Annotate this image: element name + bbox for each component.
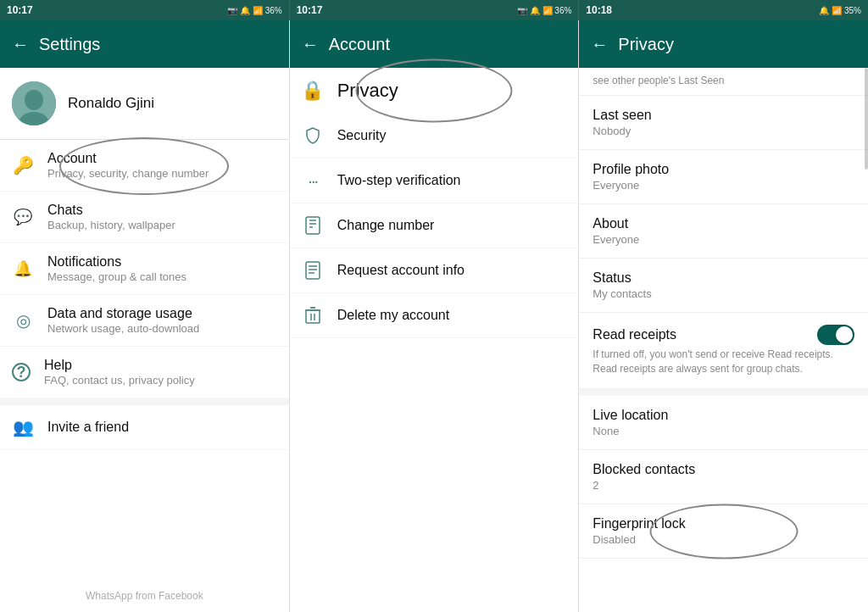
live-location-label: Live location bbox=[593, 408, 854, 423]
help-label: Help bbox=[44, 358, 277, 373]
account-menu-item[interactable]: 🔑 Account Privacy, security, change numb… bbox=[0, 140, 289, 192]
fingerprint-lock-item[interactable]: Fingerprint lock Disabled bbox=[579, 504, 868, 559]
notifications-text: Notifications Message, group & call tone… bbox=[47, 254, 277, 283]
fingerprint-lock-value: Disabled bbox=[593, 533, 854, 546]
read-receipts-row: Read receipts bbox=[593, 325, 854, 345]
settings-back-button[interactable]: ← bbox=[12, 35, 29, 54]
last-seen-label: Last seen bbox=[593, 108, 854, 123]
svg-rect-8 bbox=[306, 262, 320, 279]
lock-icon: 🔒 bbox=[302, 80, 324, 102]
icons-1: 📷 🔔 📶 36% bbox=[227, 6, 281, 15]
invite-friend-item[interactable]: 👥 Invite a friend bbox=[0, 405, 289, 450]
profile-name: Ronaldo Gjini bbox=[68, 95, 154, 112]
status-label: Status bbox=[593, 270, 854, 286]
account-title: Account bbox=[329, 35, 390, 54]
chat-icon: 💬 bbox=[12, 206, 34, 228]
security-label: Security bbox=[337, 128, 387, 143]
privacy-item-wrapper: 🔒 Privacy bbox=[290, 68, 579, 114]
blocked-contacts-item[interactable]: Blocked contacts 2 bbox=[579, 450, 868, 504]
account-text: Account Privacy, security, change number bbox=[47, 151, 277, 180]
about-value: Everyone bbox=[593, 233, 854, 246]
security-icon bbox=[302, 125, 324, 147]
blocked-contacts-label: Blocked contacts bbox=[593, 462, 854, 477]
panels-container: ← Settings Ronaldo Gjini 🔑 bbox=[0, 20, 868, 612]
request-info-icon bbox=[302, 259, 324, 281]
delete-account-label: Delete my account bbox=[337, 308, 450, 323]
data-icon: ◎ bbox=[12, 309, 34, 331]
two-step-icon: ··· bbox=[302, 170, 324, 192]
invite-label: Invite a friend bbox=[47, 420, 129, 435]
profile-row[interactable]: Ronaldo Gjini bbox=[0, 68, 289, 140]
help-menu-item[interactable]: ? Help FAQ, contact us, privacy policy bbox=[0, 347, 289, 398]
privacy-toolbar: ← Privacy bbox=[579, 20, 868, 68]
fingerprint-lock-label: Fingerprint lock bbox=[593, 516, 854, 531]
live-location-item[interactable]: Live location None bbox=[579, 396, 868, 450]
avatar-image bbox=[12, 81, 56, 125]
status-value: My contacts bbox=[593, 287, 854, 300]
chats-label: Chats bbox=[47, 203, 277, 218]
data-storage-menu-item[interactable]: ◎ Data and storage usage Network usage, … bbox=[0, 295, 289, 347]
settings-panel: ← Settings Ronaldo Gjini 🔑 bbox=[0, 20, 290, 612]
icons-3: 🔔 📶 35% bbox=[819, 6, 861, 15]
delete-icon bbox=[302, 304, 324, 326]
privacy-menu-item[interactable]: 🔒 Privacy bbox=[290, 68, 579, 114]
account-back-button[interactable]: ← bbox=[302, 35, 319, 54]
last-seen-value: Nobody bbox=[593, 125, 854, 137]
profile-photo-value: Everyone bbox=[593, 179, 854, 192]
chats-menu-item[interactable]: 💬 Chats Backup, history, wallpaper bbox=[0, 192, 289, 243]
privacy-back-button[interactable]: ← bbox=[591, 35, 608, 54]
settings-title: Settings bbox=[39, 35, 100, 54]
status-bar-2: 10:17 📷 🔔 📶 36% bbox=[290, 0, 580, 20]
about-item[interactable]: About Everyone bbox=[579, 204, 868, 259]
help-icon: ? bbox=[12, 363, 31, 381]
blocked-contacts-value: 2 bbox=[593, 479, 854, 492]
status-bars: 10:17 📷 🔔 📶 36% 10:17 📷 🔔 📶 36% 10:18 🔔 … bbox=[0, 0, 868, 20]
notifications-menu-item[interactable]: 🔔 Notifications Message, group & call to… bbox=[0, 243, 289, 295]
status-item[interactable]: Status My contacts bbox=[579, 259, 868, 313]
change-number-label: Change number bbox=[337, 218, 435, 233]
account-item-wrapper: 🔑 Account Privacy, security, change numb… bbox=[0, 140, 289, 192]
footer-text: WhatsApp from Facebook bbox=[86, 590, 203, 602]
svg-point-1 bbox=[25, 90, 43, 110]
two-step-menu-item[interactable]: ··· Two-step verification bbox=[290, 159, 579, 203]
account-panel: ← Account 🔒 Privacy Security ··· Two- bbox=[290, 20, 580, 612]
time-2: 10:17 bbox=[297, 4, 323, 16]
request-info-label: Request account info bbox=[337, 263, 465, 278]
last-seen-item[interactable]: Last seen Nobody bbox=[579, 96, 868, 150]
privacy-title: Privacy bbox=[618, 35, 674, 54]
time-1: 10:17 bbox=[7, 4, 33, 16]
settings-divider bbox=[0, 398, 289, 405]
read-receipts-label: Read receipts bbox=[593, 327, 676, 342]
notifications-label: Notifications bbox=[47, 254, 277, 270]
read-receipts-description: If turned off, you won't send or receive… bbox=[593, 348, 854, 376]
data-label: Data and storage usage bbox=[47, 306, 277, 321]
live-location-value: None bbox=[593, 425, 854, 437]
about-label: About bbox=[593, 216, 854, 231]
request-info-menu-item[interactable]: Request account info bbox=[290, 248, 579, 293]
security-menu-item[interactable]: Security bbox=[290, 114, 579, 159]
privacy-top-note: see other people's Last Seen bbox=[579, 68, 868, 96]
change-number-icon bbox=[302, 214, 324, 236]
account-sublabel: Privacy, security, change number bbox=[47, 167, 277, 180]
read-receipts-item[interactable]: Read receipts If turned off, you won't s… bbox=[579, 313, 868, 389]
profile-photo-label: Profile photo bbox=[593, 162, 854, 177]
avatar bbox=[12, 81, 56, 125]
key-icon: 🔑 bbox=[12, 154, 34, 176]
scrollbar bbox=[865, 68, 868, 170]
privacy-scroll: see other people's Last Seen Last seen N… bbox=[579, 68, 868, 612]
account-toolbar: ← Account bbox=[290, 20, 579, 68]
settings-toolbar: ← Settings bbox=[0, 20, 289, 68]
account-label: Account bbox=[47, 151, 277, 166]
notifications-sublabel: Message, group & call tones bbox=[47, 270, 277, 283]
delete-account-menu-item[interactable]: Delete my account bbox=[290, 293, 579, 338]
read-receipts-toggle[interactable] bbox=[817, 325, 854, 345]
fingerprint-lock-wrapper: Fingerprint lock Disabled bbox=[579, 504, 868, 559]
chats-text: Chats Backup, history, wallpaper bbox=[47, 203, 277, 231]
time-3: 10:18 bbox=[586, 4, 612, 16]
change-number-menu-item[interactable]: Change number bbox=[290, 203, 579, 248]
status-bar-3: 10:18 🔔 📶 35% bbox=[579, 0, 868, 20]
two-step-label: Two-step verification bbox=[337, 173, 461, 188]
help-text: Help FAQ, contact us, privacy policy bbox=[44, 358, 277, 387]
settings-footer: WhatsApp from Facebook bbox=[0, 580, 289, 612]
profile-photo-item[interactable]: Profile photo Everyone bbox=[579, 150, 868, 204]
